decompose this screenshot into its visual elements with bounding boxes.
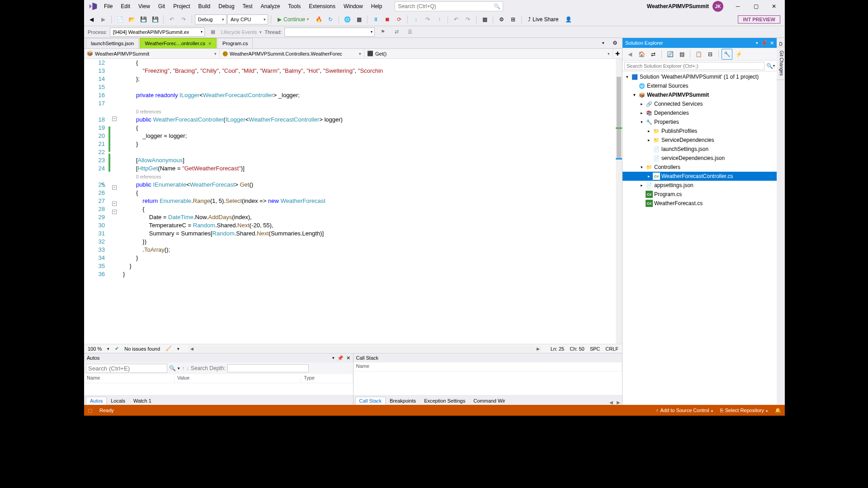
sync-icon[interactable]: 🔄 [665,49,675,60]
scroll-right-icon[interactable]: ▶ [617,400,620,405]
add-source-control-button[interactable]: ↑ Add to Source Control ▴ [656,408,713,413]
cleanup-icon[interactable]: 🧹 [165,346,172,352]
menu-window[interactable]: Window [340,1,367,11]
platform-dropdown[interactable]: Any CPU [227,14,268,24]
maximize-button[interactable]: ▢ [747,0,765,13]
nav-type-dropdown[interactable]: ⬤ WeatherAPIMVPSummit.Controllers.Weathe… [220,49,364,58]
solution-tree[interactable]: ▾ 🟦 Solution 'WeatherAPIMVPSummit' (1 of… [623,71,777,405]
tree-node[interactable]: ▾📦WeatherAPIMVPSummit [623,90,777,99]
menu-git[interactable]: Git [155,1,169,11]
menu-project[interactable]: Project [170,1,193,11]
step-out-icon[interactable]: ↑ [434,14,445,25]
indent-mode[interactable]: SPC [590,346,600,352]
down-icon[interactable]: ↓ [186,365,189,371]
split-icon[interactable]: ✚ [613,49,622,58]
nav-scope-dropdown[interactable]: 📦 WeatherAPIMVPSummit [84,49,220,58]
tree-node[interactable]: ▸📁PublishProfiles [623,127,777,136]
collapse-icon[interactable]: − [112,185,117,190]
tree-node[interactable]: 📄serviceDependencies.json [623,154,777,163]
panel-tab[interactable]: Autos [86,397,107,405]
up-icon[interactable]: ↑ [182,365,184,371]
tree-node[interactable]: ▸📁ServiceDependencies [623,136,777,145]
thread-toggle-icon[interactable]: ⇄ [391,27,402,38]
back-icon[interactable]: ◀ [86,14,97,25]
tree-expand-icon[interactable]: ▸ [646,138,651,142]
collapse-icon[interactable]: − [112,202,117,206]
minimize-button[interactable]: ─ [729,0,747,13]
tree-expand-icon[interactable]: ▾ [639,165,644,169]
quick-search-input[interactable] [398,3,494,9]
menu-help[interactable]: Help [368,1,386,11]
process-dropdown[interactable]: [9404] WeatherAPIMVPSummit.ex [110,28,205,37]
collapse-all-icon[interactable]: ⊟ [705,49,716,60]
search-icon[interactable]: 🔍 [766,63,773,69]
save-icon[interactable]: 💾 [138,14,149,25]
step-over-icon[interactable]: ↷ [422,14,433,25]
panel-tab[interactable]: Locals [107,397,129,405]
properties-icon[interactable]: 🔧 [722,49,732,60]
code-content[interactable]: { "Freezing", "Bracing", "Chilly", "Cool… [119,59,616,344]
col-name[interactable]: Name [84,374,175,383]
panel-tab[interactable]: Exception Settings [420,397,469,405]
forward-icon[interactable]: ▶ [98,14,108,25]
hot-reload-icon[interactable]: 🔥 [313,14,324,25]
config-dropdown[interactable]: Debug [195,14,226,24]
collapse-icon[interactable]: − [112,210,117,214]
pause-icon[interactable]: ⏸ [370,14,381,25]
collapse-icon[interactable]: − [112,117,117,121]
autos-search-input[interactable] [86,364,167,373]
user-avatar[interactable]: JK [712,1,723,12]
restart-debug-icon[interactable]: ⟳ [394,14,405,25]
menu-tools[interactable]: Tools [284,1,304,11]
open-icon[interactable]: 📂 [126,14,137,25]
panel-close-icon[interactable]: ✕ [770,40,774,46]
solution-search-input[interactable] [624,62,764,70]
step-fwd-icon[interactable]: ↷ [462,14,473,25]
continue-button[interactable]: ▶ Continue ▾ [274,14,312,25]
tree-node[interactable]: 🌐External Sources [623,81,777,90]
menu-edit[interactable]: Edit [117,1,134,11]
preview-icon[interactable]: ⚡ [733,49,744,60]
new-project-icon[interactable]: 📄 [114,14,125,25]
line-ending[interactable]: CRLF [605,346,618,352]
tree-node[interactable]: ▸C#WeatherForecastController.cs [623,172,777,181]
lifecycle-icon[interactable]: ▦ [208,27,218,38]
tree-node[interactable]: ▾📁Controllers [623,163,777,172]
tree-expand-icon[interactable]: ▸ [646,129,651,133]
document-tab[interactable]: launchSettings.json [86,38,139,48]
back-icon[interactable]: ◀ [624,49,635,60]
redo-icon[interactable]: ↷ [178,14,189,25]
filter-icon[interactable]: ▤ [676,49,687,60]
tree-node[interactable]: ▸🔗Connected Services [623,99,777,108]
vertical-scrollbar[interactable] [616,59,622,344]
diagnostic-icon[interactable]: ▦ [479,14,490,25]
nav-member-dropdown[interactable]: ⬛ Get() [364,49,613,58]
tree-node[interactable]: C#WeatherForecast.cs [623,199,777,208]
app-icon[interactable]: ▦ [354,14,364,25]
tree-expand-icon[interactable]: ▸ [639,183,644,188]
show-all-icon[interactable]: 📋 [693,49,704,60]
tree-expand-icon[interactable]: ▸ [639,102,644,106]
thread-dropdown[interactable] [284,28,375,37]
browser-link-icon[interactable]: 🌐 [342,14,353,25]
tree-expand-icon[interactable]: ▸ [646,174,651,178]
side-tab-d[interactable]: D [777,38,785,47]
tab-dropdown-icon[interactable]: ▾ [598,38,609,48]
zoom-level[interactable]: 100 % [88,346,102,352]
undo-icon[interactable]: ↶ [166,14,177,25]
tree-node[interactable]: 📄launchSettings.json [623,145,777,154]
menu-build[interactable]: Build [195,1,214,11]
panel-close-icon[interactable]: ✕ [346,355,350,361]
pin-icon[interactable]: 📌 [337,355,344,361]
step-into-icon[interactable]: ↓ [410,14,421,25]
menu-debug[interactable]: Debug [215,1,238,11]
code-editor[interactable]: 1213141516171819202122232425262728293031… [84,59,622,344]
notifications-icon[interactable]: 🔔 [775,408,781,413]
col-value[interactable]: Value [175,374,301,383]
home-icon[interactable]: 🏠 [636,49,647,60]
select-repository-button[interactable]: ⎘ Select Repository ▴ [720,408,768,413]
menu-view[interactable]: View [135,1,154,11]
feedback-icon[interactable]: 👤 [563,14,574,25]
panel-tab[interactable]: Call Stack [355,397,386,405]
tree-root[interactable]: ▾ 🟦 Solution 'WeatherAPIMVPSummit' (1 of… [623,72,777,81]
